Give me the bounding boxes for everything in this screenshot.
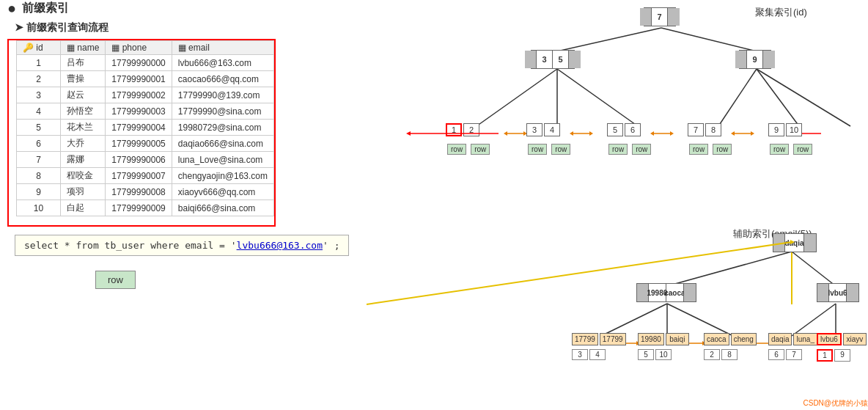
right-panel: 聚集索引(id) 7 3 5 9 1 2 row row <box>411 0 868 410</box>
svg-line-23 <box>667 252 792 286</box>
leaf-3-4: 3 4 <box>526 123 560 136</box>
table-row: 4孙悟空1779999000317799990@sina.com <box>17 103 274 120</box>
sql-box: select * from tb_user where email = 'lvb… <box>15 235 349 256</box>
l2-right-node: 9 <box>739 50 771 69</box>
col-id: 🔑 id <box>17 41 61 55</box>
svg-marker-19 <box>731 131 735 136</box>
aux-l2-left: 19980 caoca <box>636 283 696 302</box>
subtitle: ➤ 前缀索引查询流程 <box>15 21 396 34</box>
data-table: 🔑 id ▦ name ▦ phone ▦ email 1吕布177999900… <box>16 40 274 216</box>
svg-marker-18 <box>751 131 754 136</box>
leaf-row-7-8: row row <box>688 144 733 155</box>
svg-marker-15 <box>670 131 674 136</box>
watermark: CSDN@优牌的小猿 <box>803 398 869 409</box>
svg-line-6 <box>757 69 799 126</box>
svg-marker-13 <box>570 131 573 136</box>
aux-leaf-lvbu6: lvbu6 xiayv <box>817 333 867 345</box>
table-row: 1吕布17799990000lvbu666@163.com <box>17 55 274 71</box>
svg-marker-10 <box>504 131 507 136</box>
leaf-7-8: 7 8 <box>688 123 721 136</box>
svg-line-24 <box>792 252 836 286</box>
l2-left-node: 3 5 <box>531 50 575 69</box>
svg-line-5 <box>718 69 757 126</box>
leaf-row-9-10: row row <box>768 144 814 155</box>
col-phone: ▦ phone <box>106 41 172 55</box>
leaf-1-2: 1 2 <box>446 123 479 136</box>
aux-root-node: daqia <box>773 233 817 252</box>
svg-line-7 <box>757 69 850 126</box>
cluster-index-label: 聚集索引(id) <box>755 6 807 19</box>
leaf-cell-2: 2 <box>463 123 479 136</box>
svg-line-28 <box>792 304 836 336</box>
svg-line-4 <box>557 69 638 126</box>
result-row-container: row <box>95 271 396 289</box>
title-text: 前缀索引 <box>22 1 69 16</box>
table-row: 10白起17799990009baiqi666@sina.com <box>17 200 274 216</box>
leaf-9-10: 9 10 <box>768 123 802 136</box>
left-panel: ● 前缀索引 ➤ 前缀索引查询流程 🔑 id ▦ name ▦ phone ▦ … <box>7 0 396 289</box>
svg-line-27 <box>667 304 733 336</box>
aux-leaf-caoca: caoca cheng <box>704 333 757 345</box>
leaf-5-6: 5 6 <box>607 123 641 136</box>
col-email: ▦ email <box>172 41 273 55</box>
svg-marker-12 <box>589 131 593 136</box>
leaf-row-1-2: row row <box>446 144 491 155</box>
aux-leaf-19980: 19980 baiqi <box>638 333 689 345</box>
table-row: 9项羽17799990008xiaoyv666@qq.com <box>17 184 274 200</box>
root-node-1: 7 <box>644 7 676 26</box>
section-title: ● 前缀索引 <box>7 0 396 17</box>
sql-end: ' ; <box>323 240 339 251</box>
sql-text: select * from tb_user where email = ' <box>24 240 237 251</box>
col-name: ▦ name <box>61 41 106 55</box>
svg-line-1 <box>661 28 757 51</box>
aux-leaf-daqia: daqia luna_ <box>768 333 817 345</box>
table-wrapper: 🔑 id ▦ name ▦ phone ▦ email 1吕布177999900… <box>7 39 276 227</box>
table-row: 6大乔17799990005daqiao666@sina.com <box>17 136 274 152</box>
svg-marker-16 <box>650 131 654 136</box>
leaf-cell-1: 1 <box>446 123 462 136</box>
svg-line-2 <box>477 69 557 126</box>
bullet-point: ● <box>7 0 16 17</box>
table-row: 2曹操17799990001caocao666@qq.com <box>17 71 274 87</box>
svg-line-0 <box>557 28 661 51</box>
sql-value: lvbu666@163.com <box>237 240 323 251</box>
aux-leaf-17799: 17799 17799 <box>572 333 626 345</box>
table-row: 8程咬金17799990007chengyaojin@163.com <box>17 168 274 184</box>
table-row: 5花木兰1779999000419980729@sina.com <box>17 120 274 136</box>
leaf-row-5-6: row row <box>607 144 652 155</box>
table-row: 3赵云1779999000217799990@139.com <box>17 87 274 103</box>
aux-l2-right: lvbu6 <box>817 283 859 302</box>
leaf-row-3-4: row row <box>526 144 572 155</box>
table-row: 7露娜17799990006luna_Love@sina.com <box>17 152 274 168</box>
arrow-icon: ➤ <box>15 21 26 33</box>
svg-line-25 <box>601 304 667 336</box>
result-row-box: row <box>95 271 136 289</box>
